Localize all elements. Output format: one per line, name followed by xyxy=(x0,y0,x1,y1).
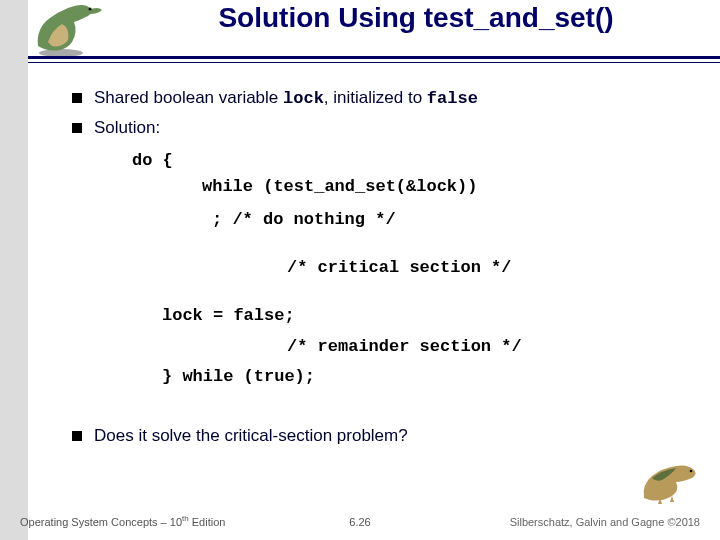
dinosaur-footer-icon xyxy=(642,460,702,504)
code-line-3: ; /* do nothing */ xyxy=(212,207,682,233)
footer-right: Silberschatz, Galvin and Gagne ©2018 xyxy=(510,516,700,528)
b1-code1: lock xyxy=(283,89,324,108)
svg-point-2 xyxy=(690,470,693,473)
left-sidebar xyxy=(0,0,28,540)
bullet-marker-icon xyxy=(72,123,82,133)
code-line-4: /* critical section */ xyxy=(287,255,682,281)
bullet-3-text: Does it solve the critical-section probl… xyxy=(94,426,408,446)
code-line-7: } while (true); xyxy=(162,364,682,390)
code-line-2: while (test_and_set(&lock)) xyxy=(202,174,682,200)
code-line-6: /* remainder section */ xyxy=(287,334,682,360)
slide-body: Shared boolean variable lock, initialize… xyxy=(72,88,682,456)
bullet-1-text: Shared boolean variable lock, initialize… xyxy=(94,88,478,108)
title-rule-thin xyxy=(28,62,720,63)
b1-code2: false xyxy=(427,89,478,108)
bullet-marker-icon xyxy=(72,93,82,103)
bullet-3: Does it solve the critical-section probl… xyxy=(72,426,682,446)
header: Solution Using test_and_set() xyxy=(28,0,720,80)
code-line-5: lock = false; xyxy=(162,303,682,329)
b1-mid: , initialized to xyxy=(324,88,427,107)
b1-pre: Shared boolean variable xyxy=(94,88,283,107)
bullet-2-text: Solution: xyxy=(94,118,160,138)
dinosaur-logo-icon xyxy=(28,0,108,58)
title-rule-thick xyxy=(28,56,720,59)
bullet-marker-icon xyxy=(72,431,82,441)
bullet-2: Solution: xyxy=(72,118,682,138)
code-block: do { while (test_and_set(&lock)) ; /* do… xyxy=(132,148,682,390)
bullet-1: Shared boolean variable lock, initialize… xyxy=(72,88,682,108)
code-line-1: do { xyxy=(132,148,682,174)
slide-title: Solution Using test_and_set() xyxy=(116,2,716,34)
svg-point-1 xyxy=(89,8,92,11)
